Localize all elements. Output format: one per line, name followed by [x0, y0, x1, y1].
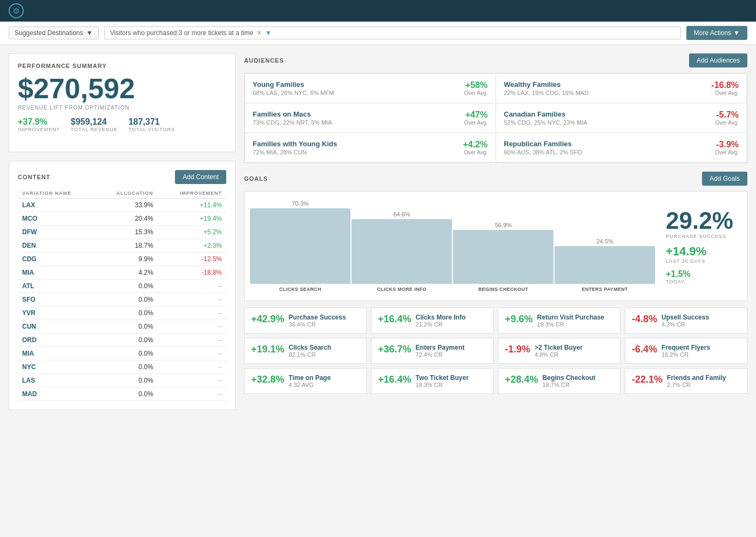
row-variation-name: YVR — [18, 307, 96, 320]
table-row: NYC 0.0% -- — [18, 361, 226, 374]
row-variation-name: ORD — [18, 334, 96, 347]
goal-cards-row: +19.1% Clicks Search 82.1% CR +36.7% Ent… — [244, 338, 747, 364]
row-allocation: 20.4% — [96, 212, 158, 226]
more-actions-label: More Actions — [694, 29, 731, 37]
total-visitors-label: TOTAL VISITORS — [129, 127, 175, 132]
row-improvement: -- — [158, 388, 226, 401]
content-title: CONTENT — [18, 174, 50, 180]
goal-card: -6.4% Frequent Flyers 16.2% CR — [625, 338, 747, 364]
goal-card: +42.9% Purchase Success 36.4% CR — [244, 308, 367, 334]
total-revenue-label: TOTAL REVENUE — [71, 127, 118, 132]
total-visitors-metric: 187,371 TOTAL VISITORS — [129, 117, 175, 132]
goal-change: +42.9% — [251, 314, 285, 325]
row-improvement: -- — [158, 320, 226, 334]
audience-detail: 68% LAS, 26% NYC, 6% MFM — [253, 90, 334, 96]
goal-cr: 16.2% CR — [662, 351, 710, 358]
segment-dropdown[interactable]: Suggested Destinations ▼ — [9, 26, 99, 39]
goal-name: Two Ticket Buyer — [416, 374, 469, 382]
goal-cr: 36.4% CR — [289, 321, 346, 328]
add-goals-button[interactable]: Add Goals — [702, 172, 747, 186]
goal-card: +9.6% Return Visit Purchase 19.3% CR — [498, 308, 620, 334]
funnel-step: 64.6% CLICKS MORE INFO — [352, 211, 452, 292]
funnel-step: 56.9% BEGINS CHECKOUT — [453, 222, 554, 292]
table-row: LAS 0.0% -- — [18, 374, 226, 388]
audience-name: Families with Young Kids — [253, 140, 337, 148]
row-variation-name: MCO — [18, 212, 96, 226]
more-actions-button[interactable]: More Actions ▼ — [686, 26, 747, 40]
table-row: DEN 18.7% +2.3% — [18, 239, 226, 253]
audience-card: Canadian Families 52% CDG, 25% NYC, 23% … — [496, 103, 747, 133]
audience-name: Young Families — [253, 80, 334, 89]
clear-filter-icon[interactable]: ✕ — [256, 29, 262, 37]
add-audiences-button[interactable]: Add Audiences — [689, 53, 747, 67]
row-allocation: 0.0% — [96, 293, 158, 307]
audience-change: +58% — [464, 80, 488, 90]
row-allocation: 0.0% — [96, 280, 158, 293]
row-improvement: -12.5% — [158, 253, 226, 266]
table-row: MIA 4.2% -18.8% — [18, 266, 226, 280]
audience-name: Canadian Families — [504, 110, 588, 118]
row-allocation: 0.0% — [96, 320, 158, 334]
audience-label: Over Avg. — [464, 90, 488, 96]
goal-card: -4.8% Upsell Success 4.2% CR — [625, 308, 747, 334]
content-section: CONTENT Add Content VARIATION NAME ALLOC… — [9, 161, 235, 410]
row-variation-name: CUN — [18, 320, 96, 334]
performance-summary-section: PERFORMANCE SUMMARY $270,592 REVENUE LIF… — [9, 53, 235, 152]
goals-section: GOALS Add Goals 70.3% CLICKS SEARCH 64.6… — [244, 172, 747, 394]
audiences-section: AUDIENCES Add Audiences Young Families 6… — [244, 53, 747, 163]
audience-card: Families on Macs 73% CDG, 22% NRT, 5% MI… — [245, 103, 496, 133]
row-variation-name: NYC — [18, 361, 96, 374]
row-allocation: 0.0% — [96, 388, 158, 401]
audience-name: Families on Macs — [253, 110, 332, 118]
audience-label: Over Avg. — [715, 149, 739, 155]
total-revenue-metric: $959,124 TOTAL REVENUE — [71, 117, 118, 132]
row-allocation: 18.7% — [96, 239, 158, 253]
goal-change: +16.4% — [378, 374, 411, 385]
more-actions-chevron-icon: ▼ — [733, 29, 740, 37]
table-row: YVR 0.0% -- — [18, 307, 226, 320]
col-allocation: ALLOCATION — [96, 188, 158, 199]
funnel-step-bar — [250, 208, 350, 284]
row-improvement: -- — [158, 280, 226, 293]
audiences-title: AUDIENCES — [244, 57, 284, 64]
performance-summary-title: PERFORMANCE SUMMARY — [18, 63, 226, 69]
stat-today: +1.5% — [666, 269, 691, 279]
goal-card: +19.1% Clicks Search 82.1% CR — [244, 338, 367, 364]
audience-detail: 72% MIA, 28% CUN — [253, 149, 337, 155]
audience-detail: 52% CDG, 25% NYC, 23% MIA — [504, 119, 588, 126]
row-allocation: 33.9% — [96, 199, 158, 212]
row-allocation: 0.0% — [96, 334, 158, 347]
funnel-step-label: CLICKS SEARCH — [279, 287, 321, 292]
goal-name: Return Visit Purchase — [537, 314, 605, 321]
stat-30d: +14.9% — [666, 244, 706, 259]
funnel-step-label: BEGINS CHECKOUT — [478, 287, 529, 292]
row-variation-name: DFW — [18, 226, 96, 239]
funnel-step-pct: 64.6% — [393, 211, 410, 217]
goal-change: -1.9% — [505, 344, 530, 355]
audience-change: -16.8% — [711, 80, 739, 90]
funnel-step-label: CLICKS MORE INFO — [377, 287, 427, 292]
purchase-success-pct: 29.2% — [666, 208, 733, 234]
stat-today-label: TODAY — [666, 279, 691, 284]
funnel-chart: 70.3% CLICKS SEARCH 64.6% CLICKS MORE IN… — [244, 191, 747, 301]
funnel-steps: 70.3% CLICKS SEARCH 64.6% CLICKS MORE IN… — [250, 200, 655, 292]
goal-name: Purchase Success — [289, 314, 346, 321]
goal-name: Clicks More Info — [416, 314, 466, 321]
row-variation-name: CDG — [18, 253, 96, 266]
table-row: CDG 9.9% -12.5% — [18, 253, 226, 266]
audience-change: +4.2% — [463, 140, 488, 149]
row-variation-name: SFO — [18, 293, 96, 307]
funnel-icon: ▼ — [265, 29, 272, 37]
row-allocation: 0.0% — [96, 347, 158, 361]
content-header: CONTENT Add Content — [18, 170, 226, 184]
funnel-step-pct: 24.5% — [596, 238, 613, 244]
performance-metrics: +37.9% IMPROVEMENT $959,124 TOTAL REVENU… — [18, 117, 226, 132]
add-content-button[interactable]: Add Content — [175, 170, 226, 184]
audience-name: Wealthy Families — [504, 80, 589, 89]
total-revenue-value: $959,124 — [71, 117, 118, 127]
goal-change: +32.8% — [251, 374, 285, 385]
funnel-step-pct: 56.9% — [495, 222, 511, 228]
filter-bar: Suggested Destinations ▼ Visitors who pu… — [0, 22, 756, 45]
row-improvement: -- — [158, 361, 226, 374]
table-row: ORD 0.0% -- — [18, 334, 226, 347]
